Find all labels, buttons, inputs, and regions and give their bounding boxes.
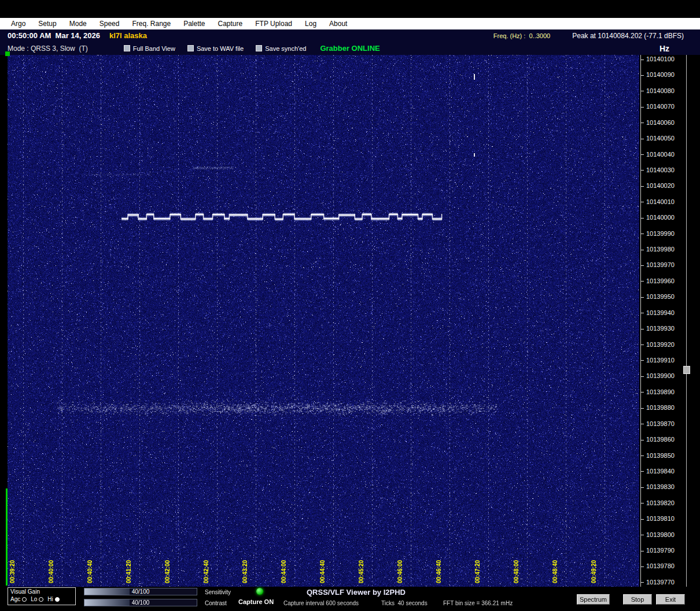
checkbox-save-synch-ed[interactable]: Save synch'ed [256, 45, 306, 52]
freq-tick [641, 360, 644, 361]
menu-item-log[interactable]: Log [299, 20, 323, 28]
freq-tick [641, 107, 644, 108]
radio-label: Lo [31, 596, 37, 602]
stop-button[interactable]: Stop [623, 594, 652, 605]
freq-tick-label: 10139860 [646, 436, 675, 443]
freq-tick-label: 10139950 [646, 294, 675, 300]
spectrogram-canvas[interactable] [8, 55, 639, 587]
time-label: 00:42:00 [164, 560, 171, 583]
freq-tick [641, 281, 644, 282]
visual-gain-option-lo[interactable]: Lo [31, 596, 43, 602]
menu-item-palette[interactable]: Palette [177, 20, 211, 28]
freq-tick-label: 10139940 [646, 310, 675, 316]
menu-item-ftp-upload[interactable]: FTP Upload [249, 20, 299, 28]
time-label: 00:43:20 [242, 560, 248, 583]
freq-tick [641, 123, 644, 123]
freq-tick [641, 91, 644, 91]
sensitivity-slider[interactable]: 40/100 [84, 588, 197, 595]
visual-gain-options: AgcLoHi [10, 596, 73, 602]
checkbox-save-to-wav-file[interactable]: Save to WAV file [187, 45, 244, 52]
scrollbar-thumb[interactable] [683, 366, 690, 374]
time-label: 00:44:40 [319, 560, 326, 583]
sensitivity-value: 40/100 [84, 588, 197, 595]
menu-item-argo[interactable]: Argo [5, 20, 32, 28]
freq-tick-label: 10139820 [646, 500, 675, 506]
freq-tick [641, 535, 644, 535]
freq-tick-label: 10139880 [646, 405, 675, 411]
contrast-slider[interactable]: 40/100 [84, 599, 197, 606]
freq-tick-label: 10139960 [646, 278, 675, 284]
freq-tick [641, 456, 644, 456]
freq-tick [641, 186, 644, 187]
freq-tick [641, 345, 644, 345]
freq-tick [641, 551, 644, 551]
scrollbar-track[interactable] [686, 55, 687, 587]
peak-readout: Peak at 10140084.202 (-77.1 dBFS) [572, 32, 684, 40]
radio-label: Hi [47, 596, 53, 602]
time-label: 00:40:00 [48, 560, 54, 583]
exit-button[interactable]: Exit [656, 594, 685, 605]
freq-tick-label: 10139840 [646, 468, 675, 475]
menu-item-mode[interactable]: Mode [63, 20, 93, 28]
menu-item-capture[interactable]: Capture [212, 20, 249, 28]
fft-bin-size-label: FFT bin size = 366.21 mHz [443, 600, 513, 606]
visual-gain-option-agc[interactable]: Agc [10, 596, 27, 602]
checkbox-label: Full Band View [133, 45, 175, 52]
freq-tick [641, 519, 644, 520]
freq-tick-label: 10139930 [646, 325, 675, 332]
visual-gain-option-hi[interactable]: Hi [47, 596, 59, 602]
checkbox-label: Save to WAV file [197, 45, 244, 52]
sensitivity-label: Sensitivity [205, 589, 231, 595]
time-label: 00:42:40 [203, 560, 209, 583]
freq-tick [641, 170, 644, 171]
menu-item-freq-range[interactable]: Freq. Range [126, 20, 177, 28]
time-label: 00:47:20 [474, 560, 481, 583]
radio-label: Agc [10, 596, 20, 602]
freq-tick-label: 10139850 [646, 453, 675, 459]
checkbox-box[interactable] [256, 45, 262, 51]
checkbox-box[interactable] [187, 45, 194, 51]
visual-gain-label: Visual Gain [10, 588, 73, 595]
checkbox-full-band-view[interactable]: Full Band View [124, 45, 175, 52]
freq-tick [641, 471, 644, 472]
time-label: 00:46:40 [436, 560, 442, 583]
titlebar-right-group: Freq. (Hz) : 0..3000 Peak at 10140084.20… [493, 32, 684, 40]
freq-tick-label: 10140040 [646, 151, 675, 158]
menu-item-speed[interactable]: Speed [93, 20, 126, 28]
hz-unit-label: Hz [660, 44, 669, 53]
freq-tick-label: 10139790 [646, 547, 675, 554]
time-label: 00:46:00 [397, 560, 403, 583]
top-left-indicator [5, 51, 10, 56]
capture-led [256, 588, 263, 595]
freq-tick-label: 10140080 [646, 88, 675, 94]
freq-range-label: Freq. (Hz) : 0..3000 [493, 32, 550, 39]
freq-tick-label: 10139770 [646, 579, 675, 586]
checkbox-box[interactable] [124, 45, 130, 51]
time-label: 00:39:20 [9, 560, 16, 583]
mode-checkboxes: Full Band ViewSave to WAV fileSave synch… [124, 45, 307, 52]
app-title: QRSS/VLF Viewer by I2PHD [307, 588, 406, 597]
capture-state-label: Capture ON [238, 598, 274, 605]
freq-tick [641, 424, 644, 424]
freq-tick-label: 10139780 [646, 563, 675, 569]
freq-tick-label: 10139910 [646, 357, 675, 364]
radio-button[interactable] [22, 597, 27, 602]
spectrum-button[interactable]: Spectrum [577, 594, 610, 605]
freq-tick [641, 408, 644, 409]
freq-tick-label: 10140020 [646, 183, 675, 189]
freq-tick [641, 60, 644, 60]
radio-button[interactable] [39, 597, 43, 602]
freq-tick-label: 10140090 [646, 72, 675, 78]
menu-item-setup[interactable]: Setup [32, 20, 62, 28]
title-bar: 00:50:00 AM Mar 14, 2026 kl7l alaska Fre… [0, 29, 700, 42]
menu-item-about[interactable]: About [323, 20, 353, 28]
time-label: 00:40:40 [87, 560, 93, 583]
freq-tick-label: 10139900 [646, 373, 675, 379]
contrast-label: Contrast [205, 600, 227, 606]
freq-tick-label: 10139970 [646, 262, 675, 268]
checkbox-label: Save synch'ed [265, 45, 306, 52]
radio-button[interactable] [55, 597, 60, 602]
contrast-value: 40/100 [84, 599, 197, 606]
time-label: 00:48:00 [513, 560, 520, 583]
freq-tick-label: 10140100 [646, 56, 675, 62]
